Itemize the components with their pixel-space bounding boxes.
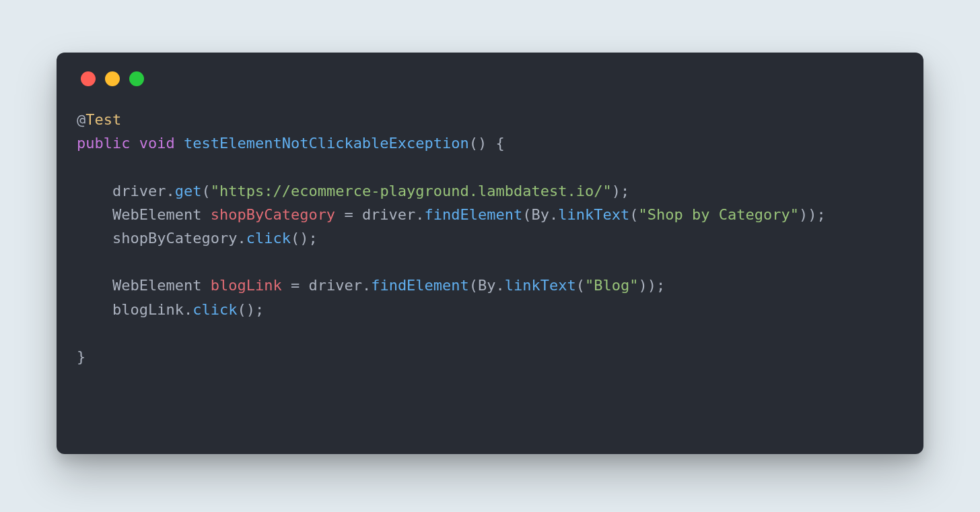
punc-close: (); [291, 230, 318, 247]
punc-brace-close: } [77, 348, 85, 365]
window-traffic-lights [77, 71, 903, 86]
punc-dot: . [415, 206, 424, 223]
punc-equals: = [344, 206, 353, 223]
punc-open-paren: ( [201, 183, 210, 199]
method-click: click [193, 301, 237, 318]
ident-By: By [532, 206, 550, 223]
annotation-name: Test [85, 111, 121, 128]
keyword-public: public [77, 135, 130, 152]
ident-driver: driver [308, 277, 361, 294]
punc-dot: . [496, 277, 505, 294]
keyword-void: void [139, 135, 175, 152]
window-close-icon[interactable] [81, 71, 96, 86]
ident-driver: driver [112, 183, 166, 199]
punc-dot: . [549, 206, 558, 223]
var-blogLink: blogLink [112, 301, 184, 318]
punc-open-paren: ( [522, 206, 531, 223]
punc-parens-open: () { [469, 135, 505, 152]
method-name: testElementNotClickableException [184, 135, 469, 152]
code-block: @Test public void testElementNotClickabl… [77, 108, 903, 369]
window-minimize-icon[interactable] [105, 71, 120, 86]
string-blog: "Blog" [585, 277, 638, 294]
punc-dot: . [166, 183, 174, 199]
method-findElement: findElement [371, 277, 469, 294]
method-get: get [175, 183, 202, 199]
var-shopByCategory-decl: shopByCategory [211, 206, 335, 223]
punc-dot: . [184, 301, 193, 318]
code-window: @Test public void testElementNotClickabl… [57, 53, 923, 454]
punc-open-paren: ( [576, 277, 585, 294]
window-zoom-icon[interactable] [129, 71, 144, 86]
var-blogLink-decl: blogLink [211, 277, 282, 294]
method-linkText: linkText [505, 277, 576, 294]
punc-equals: = [291, 277, 300, 294]
annotation-at: @ [77, 111, 85, 128]
ident-driver: driver [362, 206, 415, 223]
punc-dot: . [362, 277, 371, 294]
type-webelement: WebElement [112, 277, 201, 294]
method-click: click [246, 230, 291, 247]
punc-close: )); [799, 206, 826, 223]
string-url: "https://ecommerce-playground.lambdatest… [211, 183, 612, 199]
punc-close: ); [612, 183, 630, 199]
ident-By: By [478, 277, 496, 294]
punc-open-paren: ( [629, 206, 638, 223]
punc-open-paren: ( [469, 277, 478, 294]
type-webelement: WebElement [112, 206, 201, 223]
punc-dot: . [237, 230, 246, 247]
punc-close: )); [639, 277, 666, 294]
string-shop-by-category: "Shop by Category" [639, 206, 799, 223]
method-linkText: linkText [558, 206, 629, 223]
method-findElement: findElement [425, 206, 523, 223]
var-shopByCategory: shopByCategory [112, 230, 237, 247]
punc-close: (); [237, 301, 264, 318]
